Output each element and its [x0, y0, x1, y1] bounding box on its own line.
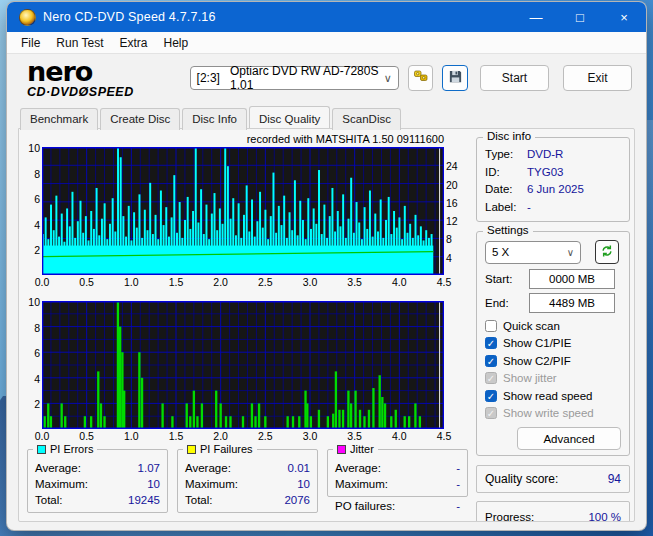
window-title: Nero CD-DVD Speed 4.7.7.16 [43, 10, 216, 24]
axis-tick: 1.5 [169, 430, 184, 442]
pi-errors-legend: PI Errors [33, 443, 97, 455]
pi-failures-right-spacer [444, 301, 470, 429]
settings-title: Settings [483, 224, 533, 236]
info-row: Type:DVD-R [485, 146, 621, 164]
checkbox-label: Show read speed [503, 390, 593, 402]
menu-item-help[interactable]: Help [156, 34, 197, 52]
speed-selector[interactable]: 5 X ∨ [485, 241, 581, 264]
info-row: Average:- [335, 460, 460, 476]
info-row: Average:0.01 [185, 460, 310, 476]
tab-scandisc[interactable]: ScanDisc [332, 108, 401, 130]
refresh-button[interactable] [595, 240, 619, 264]
pi-failures-stats: Average:0.01Maximum:10Total:2076 [185, 460, 310, 508]
advanced-button[interactable]: Advanced [517, 427, 621, 450]
checkbox-label: Quick scan [503, 320, 560, 332]
progress-box: Progress:100 %Position:4488 MBSpeed:5.13… [476, 501, 630, 522]
pi-errors-swatch [37, 445, 46, 454]
chevron-down-icon: ∨ [384, 72, 392, 85]
checkbox-label: Show jitter [503, 372, 557, 384]
save-button[interactable] [442, 65, 468, 91]
axis-tick: 10 [28, 142, 40, 154]
axis-tick: 2 [34, 244, 40, 256]
axis-tick: 3.5 [347, 276, 362, 288]
tab-disc-quality[interactable]: Disc Quality [249, 106, 330, 128]
settings-group: Settings 5 X ∨ [476, 231, 630, 456]
axis-tick: 2.5 [258, 430, 273, 442]
checkbox-box: ✓ [485, 372, 497, 384]
start-field[interactable] [529, 269, 615, 289]
close-icon[interactable]: × [602, 2, 646, 32]
nero-logo-text: nero [27, 58, 190, 85]
axis-tick: 4 [446, 252, 452, 264]
axis-tick: 3.0 [303, 430, 318, 442]
info-row: Label:- [485, 199, 621, 217]
start-button[interactable]: Start [480, 65, 549, 91]
tab-create-disc[interactable]: Create Disc [100, 108, 180, 130]
pi-failures-chart-row: 108642 [25, 301, 470, 429]
checkbox-box: ✓ [485, 390, 497, 402]
menu-item-file[interactable]: File [13, 34, 48, 52]
maximize-icon[interactable]: □ [558, 2, 602, 32]
app-window: Nero CD-DVD Speed 4.7.7.16 — □ × FileRun… [6, 1, 647, 531]
checkbox-show-jitter[interactable]: ✓Show jitter [485, 370, 621, 388]
tab-benchmark[interactable]: Benchmark [20, 108, 98, 130]
axis-tick: 10 [28, 296, 40, 308]
recorded-with-label: recorded with MATSHITA 1.50 09111600 [25, 133, 470, 147]
axis-tick: 2.5 [258, 276, 273, 288]
checkbox-box: ✓ [485, 337, 497, 349]
pi-errors-title: PI Errors [50, 443, 93, 455]
app-icon [19, 9, 36, 26]
tab-bar: BenchmarkCreate DiscDisc InfoDisc Qualit… [7, 106, 646, 128]
pi-failures-plot [42, 301, 444, 429]
pi-errors-stats: Average:1.07Maximum:10Total:19245 [35, 460, 160, 508]
axis-tick: 1.0 [124, 430, 139, 442]
checkbox-quick-scan[interactable]: Quick scan [485, 317, 621, 335]
eject-disc-button[interactable] [408, 65, 434, 91]
axis-tick: 6 [34, 193, 40, 205]
disc-info-group: Disc info Type:DVD-RID:TYG03Date:6 Jun 2… [476, 137, 630, 222]
axis-tick: 1.5 [169, 276, 184, 288]
checkbox-show-c2-pif[interactable]: ✓Show C2/PIF [485, 352, 621, 370]
end-field-label: End: [485, 297, 529, 309]
save-icon [448, 69, 463, 88]
end-field[interactable] [529, 293, 615, 313]
tab-disc-info[interactable]: Disc Info [182, 108, 247, 130]
info-row: Date:6 Jun 2025 [485, 181, 621, 199]
minimize-icon[interactable]: — [514, 2, 558, 32]
axis-tick: 2 [34, 398, 40, 410]
axis-tick: 1.0 [124, 276, 139, 288]
pi-failures-y-axis: 108642 [25, 301, 42, 429]
pi-failures-swatch [187, 445, 196, 454]
jitter-swatch [337, 445, 346, 454]
axis-tick: 4.5 [437, 276, 452, 288]
axis-tick: 4.0 [392, 430, 407, 442]
disc-info-title: Disc info [483, 130, 535, 142]
statistics-row: PI Errors Average:1.07Maximum:10Total:19… [25, 449, 470, 515]
side-panel: Disc info Type:DVD-RID:TYG03Date:6 Jun 2… [476, 133, 630, 515]
axis-tick: 4.5 [437, 430, 452, 442]
axis-tick: 4.0 [392, 276, 407, 288]
disc-quality-page: recorded with MATSHITA 1.50 09111600 108… [18, 128, 635, 522]
axis-tick: 8 [34, 322, 40, 334]
checkbox-show-read-speed[interactable]: ✓Show read speed [485, 387, 621, 405]
checkbox-label: Show C1/PIE [503, 337, 571, 349]
info-row: Average:1.07 [35, 460, 160, 476]
axis-tick: 2.0 [213, 276, 228, 288]
pi-errors-plot [42, 147, 444, 275]
checkbox-show-c1-pie[interactable]: ✓Show C1/PIE [485, 335, 621, 353]
refresh-icon [600, 244, 614, 260]
exit-button[interactable]: Exit [563, 65, 632, 91]
axis-tick: 3.5 [347, 430, 362, 442]
checkbox-show-write-speed[interactable]: ✓Show write speed [485, 405, 621, 423]
jitter-title: Jitter [350, 443, 374, 455]
info-row: Maximum:10 [185, 476, 310, 492]
chart-area: recorded with MATSHITA 1.50 09111600 108… [25, 133, 470, 515]
quality-score-label: Quality score: [485, 472, 558, 486]
toolbar: nero CD·DVDØSPEED [2:3] Optiarc DVD RW A… [7, 54, 646, 102]
menu-item-run-test[interactable]: Run Test [48, 34, 111, 52]
menu-item-extra[interactable]: Extra [111, 34, 155, 52]
info-row: Maximum:10 [35, 476, 160, 492]
drive-name: Optiarc DVD RW AD-7280S 1.01 [230, 64, 384, 92]
drive-selector[interactable]: [2:3] Optiarc DVD RW AD-7280S 1.01 ∨ [190, 66, 399, 90]
pi-errors-x-axis: 0.00.51.01.52.02.53.03.54.04.5 [42, 275, 444, 290]
